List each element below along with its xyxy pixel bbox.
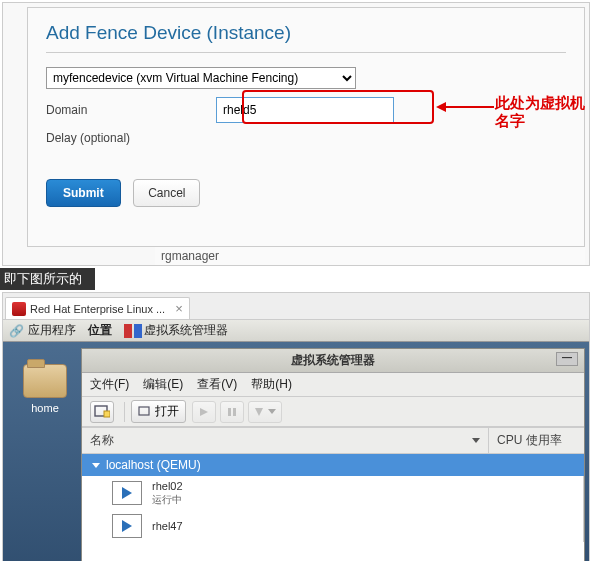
- vm-thumbnail-icon: [112, 514, 142, 538]
- apps-menu[interactable]: 应用程序: [28, 322, 76, 339]
- delay-label: Delay (optional): [46, 131, 216, 145]
- host-label: localhost (QEMU): [106, 458, 201, 472]
- dialog-title: Add Fence Device (Instance): [46, 22, 566, 53]
- virt-manager-window: 虚拟系统管理器 — 文件(F) 编辑(E) 查看(V) 帮助(H) 打开: [81, 348, 585, 561]
- close-icon[interactable]: ×: [175, 301, 183, 316]
- domain-label: Domain: [46, 103, 216, 117]
- svg-marker-1: [436, 102, 446, 112]
- desktop: home 虚拟系统管理器 — 文件(F) 编辑(E) 查看(V) 帮助(H): [3, 342, 589, 561]
- menu-file[interactable]: 文件(F): [90, 376, 129, 393]
- svg-rect-6: [228, 408, 231, 416]
- menu-view[interactable]: 查看(V): [197, 376, 237, 393]
- vm-status: 运行中: [152, 493, 183, 506]
- svg-rect-7: [233, 408, 236, 416]
- browser-tab[interactable]: Red Hat Enterprise Linux ... ×: [5, 297, 190, 319]
- vm-thumbnail-icon: [112, 481, 142, 505]
- panel-app-icon: 🔗: [9, 324, 24, 338]
- window-menubar: 文件(F) 编辑(E) 查看(V) 帮助(H): [82, 373, 584, 396]
- sort-chevron-icon: [472, 438, 480, 443]
- open-button[interactable]: 打开: [131, 400, 186, 423]
- window-title: 虚拟系统管理器: [291, 352, 375, 369]
- svg-rect-4: [139, 407, 149, 415]
- list-header: 名称 CPU 使用率: [82, 427, 584, 454]
- vm-name: rhel47: [152, 520, 183, 533]
- tab-title: Red Hat Enterprise Linux ...: [30, 303, 165, 315]
- menu-edit[interactable]: 编辑(E): [143, 376, 183, 393]
- arrow-icon: [436, 100, 496, 114]
- new-vm-button[interactable]: [90, 401, 114, 423]
- host-row[interactable]: localhost (QEMU): [82, 454, 584, 476]
- svg-rect-3: [104, 411, 110, 417]
- folder-icon: [23, 364, 67, 398]
- caption-text: 即下图所示的: [0, 268, 95, 290]
- run-button[interactable]: [192, 401, 216, 423]
- vm-row[interactable]: rhel02 运行中: [82, 476, 584, 510]
- virt-manager-icon: [124, 324, 142, 338]
- minimize-button[interactable]: —: [556, 352, 578, 366]
- vm-row[interactable]: rhel47: [82, 510, 584, 542]
- annotation-text: 此处为虚拟机名字: [495, 94, 585, 130]
- domain-input[interactable]: [216, 97, 394, 123]
- col-cpu[interactable]: CPU 使用率: [489, 428, 584, 453]
- vmm-menuitem[interactable]: 虚拟系统管理器: [144, 322, 228, 339]
- menu-help[interactable]: 帮助(H): [251, 376, 292, 393]
- chevron-down-icon: [268, 409, 276, 414]
- col-name[interactable]: 名称: [82, 428, 489, 453]
- home-folder[interactable]: home: [21, 364, 69, 414]
- separator: [124, 402, 125, 422]
- gnome-panel: 🔗 应用程序 位置 虚拟系统管理器: [3, 320, 589, 342]
- svg-marker-5: [200, 408, 208, 416]
- vm-name: rhel02: [152, 480, 183, 493]
- pause-button[interactable]: [220, 401, 244, 423]
- browser-tabbar: Red Hat Enterprise Linux ... ×: [3, 293, 589, 320]
- svg-marker-8: [255, 408, 263, 416]
- window-titlebar: 虚拟系统管理器 —: [82, 349, 584, 373]
- add-fence-dialog: Add Fence Device (Instance) myfencedevic…: [27, 7, 585, 247]
- cancel-button[interactable]: Cancel: [133, 179, 200, 207]
- open-label: 打开: [155, 403, 179, 420]
- places-menu[interactable]: 位置: [88, 322, 112, 339]
- vm-list: localhost (QEMU) rhel02 运行中 rhel47: [82, 454, 584, 561]
- home-label: home: [21, 402, 69, 414]
- fence-device-select[interactable]: myfencedevice (xvm Virtual Machine Fenci…: [46, 67, 356, 89]
- submit-button[interactable]: Submit: [46, 179, 121, 207]
- rgmanager-row: rgmanager: [155, 247, 585, 265]
- toolbar: 打开: [82, 396, 584, 427]
- redhat-icon: [12, 302, 26, 316]
- shutdown-button[interactable]: [248, 401, 282, 423]
- expand-icon: [92, 463, 100, 468]
